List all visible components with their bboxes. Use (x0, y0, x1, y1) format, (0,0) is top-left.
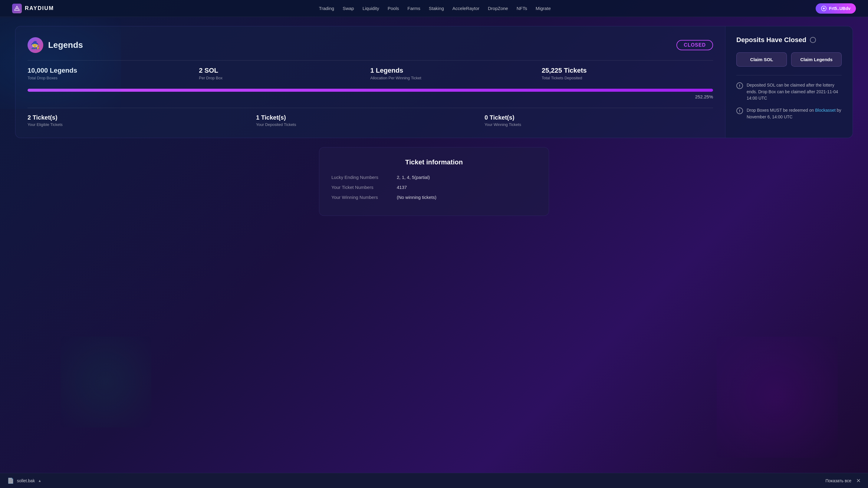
stat-per-drop-box: 2 SOL Per Drop Box (199, 67, 370, 80)
project-title-group: 🧙 Legends (28, 37, 83, 53)
ticket-winning: 0 Ticket(s) Your Winning Tickets (485, 114, 713, 127)
your-ticket-numbers-label: Your Ticket Numbers (332, 185, 392, 190)
ticket-value-2: 0 Ticket(s) (485, 114, 713, 121)
right-divider (736, 75, 842, 75)
info-text-2-before: Drop Boxes MUST be redeemed on (747, 108, 815, 113)
ticket-info-section: Ticket information Lucky Ending Numbers … (319, 147, 549, 216)
left-panel: 🧙 Legends CLOSED 10,000 Legends Total Dr… (16, 26, 725, 138)
ticket-info-row-2: Your Winning Numbers (No winning tickets… (332, 195, 536, 200)
chevron-up-icon[interactable]: ▲ (38, 479, 41, 483)
nav-migrate[interactable]: Migrate (536, 6, 551, 11)
blockasset-link[interactable]: Blockasset (815, 108, 836, 113)
main-card: 🧙 Legends CLOSED 10,000 Legends Total Dr… (15, 26, 853, 138)
stat-label-2: Allocation Per Winning Ticket (370, 76, 542, 80)
your-winning-numbers-label: Your Winning Numbers (332, 195, 392, 200)
project-name: Legends (48, 40, 83, 50)
stat-label-3: Total Tickets Deposited (542, 76, 713, 80)
claim-legends-button[interactable]: Claim Legends (791, 52, 842, 67)
stat-label-1: Per Drop Box (199, 76, 370, 80)
wallet-label: Frt5..UBdv (829, 6, 850, 11)
ticket-info-row-0: Lucky Ending Numbers 2, 1, 4, 5(partial) (332, 175, 536, 180)
nav-dropzone[interactable]: DropZone (488, 6, 508, 11)
ticket-label-0: Your Eligible Tickets (28, 122, 256, 127)
logo: RAYDIUM (12, 4, 54, 13)
wallet-icon (821, 6, 827, 11)
deposits-title: Deposits Have Closed (736, 36, 806, 44)
status-circle-icon (810, 37, 816, 43)
bottom-file: 📄 sollet.bak ▲ (7, 478, 41, 484)
progress-bar-bg (28, 89, 713, 92)
info-text-1: Deposited SOL can be claimed after the l… (747, 82, 842, 102)
stat-value-2: 1 Legends (370, 67, 542, 74)
ticket-value-1: 1 Ticket(s) (256, 114, 485, 121)
logo-icon (12, 4, 22, 13)
nav-pools[interactable]: Pools (388, 6, 399, 11)
ticket-eligible: 2 Ticket(s) Your Eligible Tickets (28, 114, 256, 127)
stat-label-0: Total Drop Boxes (28, 76, 199, 80)
show-all-button[interactable]: Показать все (826, 478, 851, 483)
ticket-info-title: Ticket information (332, 158, 536, 166)
deposits-header: Deposits Have Closed (736, 36, 842, 44)
your-winning-numbers-value: (No winning tickets) (397, 195, 436, 200)
stat-value-3: 25,225 Tickets (542, 67, 713, 74)
divider-1 (28, 60, 713, 61)
claim-sol-button[interactable]: Claim SOL (736, 52, 787, 67)
wallet-button[interactable]: Frt5..UBdv (816, 3, 856, 13)
navbar: RAYDIUM Trading Swap Liquidity Pools Far… (0, 0, 868, 17)
info-icon-1: ! (736, 82, 743, 89)
ticket-deposited: 1 Ticket(s) Your Deposited Tickets (256, 114, 485, 127)
nav-trading[interactable]: Trading (319, 6, 334, 11)
progress-pct: 252.25% (28, 94, 713, 99)
page-content: 🧙 Legends CLOSED 10,000 Legends Total Dr… (0, 17, 868, 473)
svg-point-3 (823, 7, 825, 9)
info-icon-2: ! (736, 108, 743, 114)
project-header: 🧙 Legends CLOSED (28, 37, 713, 53)
stat-allocation: 1 Legends Allocation Per Winning Ticket (370, 67, 542, 80)
file-name: sollet.bak (17, 478, 35, 483)
close-button[interactable]: ✕ (856, 478, 861, 484)
ticket-value-0: 2 Ticket(s) (28, 114, 256, 121)
nav-liquidity[interactable]: Liquidity (363, 6, 379, 11)
nav-staking[interactable]: Staking (429, 6, 444, 11)
stat-total-drop-boxes: 10,000 Legends Total Drop Boxes (28, 67, 199, 80)
stat-total-tickets: 25,225 Tickets Total Tickets Deposited (542, 67, 713, 80)
info-note-2: ! Drop Boxes MUST be redeemed on Blockas… (736, 107, 842, 120)
nav-nfts[interactable]: NFTs (517, 6, 527, 11)
info-note-1: ! Deposited SOL can be claimed after the… (736, 82, 842, 102)
stat-value-1: 2 SOL (199, 67, 370, 74)
avatar: 🧙 (28, 37, 43, 53)
lucky-ending-label: Lucky Ending Numbers (332, 175, 392, 180)
tickets-row: 2 Ticket(s) Your Eligible Tickets 1 Tick… (28, 114, 713, 127)
stats-row: 10,000 Legends Total Drop Boxes 2 SOL Pe… (28, 67, 713, 80)
logo-text: RAYDIUM (25, 5, 54, 11)
ticket-label-2: Your Winning Tickets (485, 122, 713, 127)
your-ticket-numbers-value: 4137 (397, 185, 407, 190)
svg-rect-1 (17, 8, 18, 9)
lucky-ending-value: 2, 1, 4, 5(partial) (397, 175, 430, 180)
ticket-label-1: Your Deposited Tickets (256, 122, 485, 127)
info-text-2: Drop Boxes MUST be redeemed on Blockasse… (747, 107, 842, 120)
nav-links: Trading Swap Liquidity Pools Farms Staki… (319, 6, 551, 11)
nav-farms[interactable]: Farms (407, 6, 421, 11)
progress-bar-fill (28, 89, 713, 92)
bottom-bar: 📄 sollet.bak ▲ Показать все ✕ (0, 473, 868, 488)
progress-section: 252.25% (28, 89, 713, 99)
nav-swap[interactable]: Swap (343, 6, 354, 11)
status-badge: CLOSED (676, 40, 713, 50)
right-panel: Deposits Have Closed Claim SOL Claim Leg… (725, 26, 852, 138)
stat-value-0: 10,000 Legends (28, 67, 199, 74)
file-icon: 📄 (7, 478, 14, 484)
bottom-right: Показать все ✕ (826, 478, 861, 484)
ticket-info-row-1: Your Ticket Numbers 4137 (332, 185, 536, 190)
nav-acceleraytor[interactable]: AcceleRaytor (453, 6, 479, 11)
divider-2 (28, 108, 713, 108)
claim-buttons: Claim SOL Claim Legends (736, 52, 842, 67)
